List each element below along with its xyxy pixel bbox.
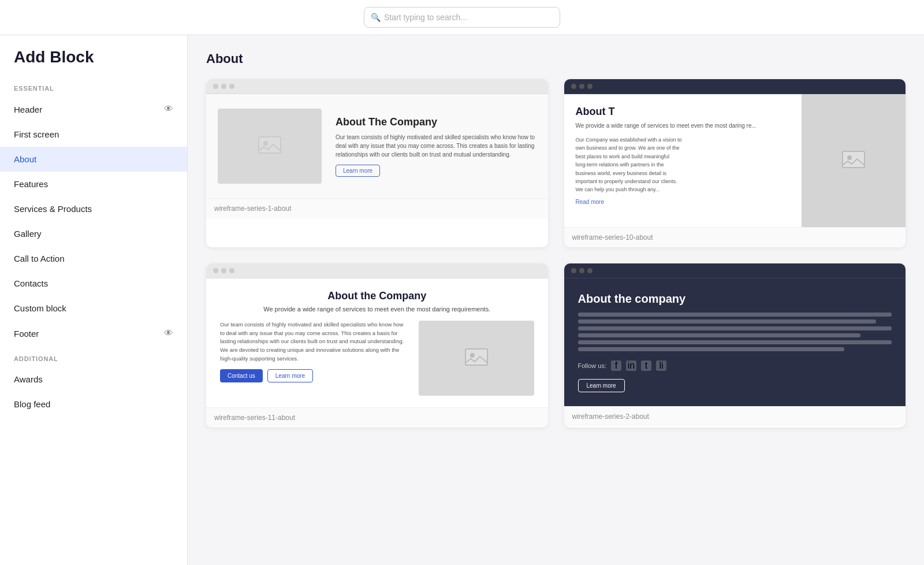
sidebar-item-footer[interactable]: Footer 👁 <box>0 321 187 346</box>
sidebar-item-header[interactable]: Header 👁 <box>0 96 187 122</box>
text-line <box>578 326 892 330</box>
sidebar-item-label: Footer <box>14 329 39 339</box>
sidebar-item-label: Contacts <box>14 278 48 288</box>
section-title: About <box>206 51 906 66</box>
dot <box>221 84 226 89</box>
card4-text-lines <box>578 313 892 351</box>
dot <box>229 84 234 89</box>
sidebar-item-custom-block[interactable]: Custom block <box>0 296 187 321</box>
text-line <box>578 347 845 351</box>
sidebar-item-features[interactable]: Features <box>0 172 187 196</box>
card2-subtext: We provide a wide range of services to m… <box>576 121 791 130</box>
linkedin-icon: li <box>656 360 666 371</box>
browser-chrome-1 <box>206 79 548 94</box>
additional-label: ADDITIONAL <box>0 346 187 367</box>
sidebar-item-label: About <box>14 154 36 164</box>
card1-learn-more-btn[interactable]: Learn more <box>336 165 380 177</box>
card2-image-placeholder <box>802 94 906 227</box>
card3-contact-btn[interactable]: Contact us <box>220 369 263 382</box>
sidebar-item-contacts[interactable]: Contacts <box>0 271 187 296</box>
sidebar-item-gallery[interactable]: Gallery <box>0 221 187 246</box>
card1-caption: wireframe-series-1-about <box>206 198 548 218</box>
sidebar-item-label: Blog feed <box>14 399 50 409</box>
card3-image-placeholder <box>419 321 534 396</box>
card2-image-area <box>802 94 906 227</box>
card4-preview: About the company Follow us: f in t <box>564 278 906 406</box>
sidebar-item-label: Gallery <box>14 229 42 239</box>
text-line <box>578 340 892 344</box>
card1-title: About The Company <box>336 116 536 128</box>
dot <box>579 84 584 89</box>
search-icon: 🔍 <box>371 13 381 22</box>
dot <box>571 84 576 89</box>
sidebar-item-blog-feed[interactable]: Blog feed <box>0 392 187 417</box>
card3-preview: About the Company We provide a wide rang… <box>206 278 548 407</box>
card4-learn-btn[interactable]: Learn more <box>578 379 625 392</box>
card3-text: Our team consists of highly motivated an… <box>220 321 409 363</box>
dot <box>229 268 234 273</box>
card2-body-text: Our Company was established with a visio… <box>576 136 791 194</box>
preview-image-1 <box>218 109 322 184</box>
sidebar-item-first-screen[interactable]: First screen <box>0 122 187 147</box>
sidebar-item-awards[interactable]: Awards <box>0 367 187 392</box>
card3-body: Our team consists of highly motivated an… <box>220 321 534 396</box>
sidebar: Add Block ESSENTIAL Header 👁 First scree… <box>0 35 188 565</box>
card3-learn-btn[interactable]: Learn more <box>267 369 313 382</box>
card-preview-1: About The Company Our team consists of h… <box>206 94 548 198</box>
svg-rect-4 <box>465 349 487 365</box>
eye-icon[interactable]: 👁 <box>164 104 173 114</box>
sidebar-item-services-products[interactable]: Services & Products <box>0 196 187 221</box>
instagram-icon: in <box>626 360 636 371</box>
sidebar-item-label: Header <box>14 105 42 114</box>
content-area: About <box>188 35 924 565</box>
card4-title: About the company <box>578 292 892 306</box>
essential-label: ESSENTIAL <box>0 76 187 96</box>
facebook-icon: f <box>611 360 621 371</box>
dot <box>221 268 226 273</box>
svg-point-3 <box>847 155 852 160</box>
browser-chrome-2 <box>564 79 906 94</box>
svg-point-1 <box>263 141 268 146</box>
preview-text-1: About The Company Our team consists of h… <box>322 116 536 177</box>
dot <box>213 268 218 273</box>
card2-caption: wireframe-series-10-about <box>564 227 906 247</box>
sidebar-item-label: Awards <box>14 374 43 384</box>
card4-follow: Follow us: f in t li <box>578 360 892 371</box>
sidebar-item-label: Custom block <box>14 303 66 313</box>
main-layout: Add Block ESSENTIAL Header 👁 First scree… <box>0 35 924 565</box>
dot <box>213 84 218 89</box>
twitter-icon: t <box>641 360 651 371</box>
card4-caption: wireframe-series-2-about <box>564 406 906 426</box>
card3-subtitle: We provide a wide range of services to m… <box>220 306 534 313</box>
page-title: Add Block <box>0 35 187 76</box>
dot <box>587 268 593 273</box>
sidebar-item-label: Call to Action <box>14 254 65 263</box>
browser-chrome-4 <box>564 263 906 278</box>
card3-title: About the Company <box>220 290 534 302</box>
card-about-1[interactable]: About The Company Our team consists of h… <box>206 79 548 247</box>
search-input[interactable] <box>364 7 560 28</box>
card-about-11[interactable]: About the Company We provide a wide rang… <box>206 263 548 428</box>
sidebar-item-about[interactable]: About <box>0 147 187 172</box>
top-bar: 🔍 <box>0 0 924 35</box>
cards-grid: About The Company Our team consists of h… <box>206 79 906 428</box>
text-line <box>578 333 860 337</box>
text-line <box>578 313 892 317</box>
card-about-2[interactable]: About the company Follow us: f in t <box>564 263 906 428</box>
search-wrap: 🔍 <box>364 7 560 28</box>
dot <box>587 84 593 89</box>
sidebar-item-label: Services & Products <box>14 204 92 214</box>
follow-label: Follow us: <box>578 362 607 369</box>
card-about-10[interactable]: About T We provide a wide range of servi… <box>564 79 906 247</box>
svg-rect-2 <box>843 151 865 168</box>
sidebar-item-label: First screen <box>14 129 59 139</box>
card2-read-more[interactable]: Read more <box>576 199 791 205</box>
sidebar-item-call-to-action[interactable]: Call to Action <box>0 246 187 271</box>
card2-preview-content: About T We provide a wide range of servi… <box>564 94 906 227</box>
text-line <box>578 319 876 324</box>
dot <box>571 268 576 273</box>
dot <box>579 268 584 273</box>
card3-buttons: Contact us Learn more <box>220 369 409 382</box>
sidebar-item-label: Features <box>14 179 48 189</box>
eye-icon-footer[interactable]: 👁 <box>164 328 173 339</box>
